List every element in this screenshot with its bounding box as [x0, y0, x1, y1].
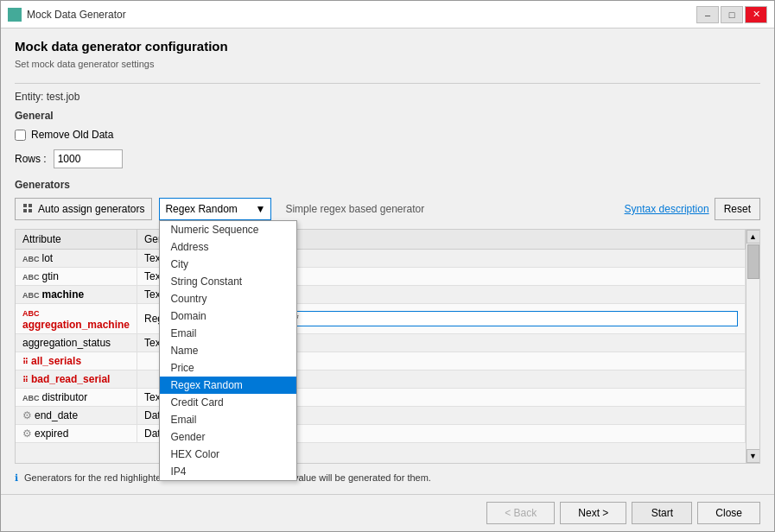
- dropdown-arrow-icon: ▼: [256, 203, 266, 215]
- page-title: Mock data generator configuration: [15, 39, 760, 54]
- window-close-button[interactable]: ✕: [745, 6, 767, 23]
- value-cell: [232, 352, 746, 370]
- dropdown-item-ip4[interactable]: IP4: [160, 463, 296, 480]
- attr-cell: ⚙expired: [16, 425, 137, 443]
- maximize-button[interactable]: □: [721, 6, 743, 23]
- value-cell: [232, 286, 746, 304]
- value-cell: [232, 334, 746, 352]
- back-button[interactable]: < Back: [486, 502, 555, 524]
- generator-selected-label: Regex Random: [165, 203, 237, 215]
- entity-row: Entity: test.job: [15, 91, 760, 103]
- svg-rect-7: [29, 209, 32, 212]
- dropdown-item-name[interactable]: Name: [160, 342, 296, 359]
- dropdown-item-country[interactable]: Country: [160, 290, 296, 307]
- value-cell: [232, 389, 746, 407]
- value-cell: [232, 304, 746, 334]
- generator-dropdown[interactable]: Regex Random ▼: [159, 198, 271, 220]
- attr-cell: ABCdistributor: [16, 389, 137, 407]
- table-row[interactable]: ABCaggregation_machine Regex Rand...: [16, 304, 746, 334]
- table-row[interactable]: aggregation_status Text: [16, 334, 746, 352]
- value-cell: [232, 407, 746, 425]
- attribute-table-container: Attribute Generator Value ABClot Text AB…: [15, 229, 760, 464]
- rows-row: Rows :: [15, 149, 760, 168]
- attribute-table[interactable]: Attribute Generator Value ABClot Text AB…: [16, 230, 746, 463]
- entity-label: Entity:: [15, 91, 43, 103]
- dropdown-item-string-constant[interactable]: String Constant: [160, 273, 296, 290]
- table-row[interactable]: ⠿bad_read_serial: [16, 370, 746, 389]
- dropdown-item-price[interactable]: Price: [160, 359, 296, 377]
- generators-toolbar-right: Simple regex based generator Syntax desc…: [278, 198, 760, 220]
- auto-assign-button[interactable]: Auto assign generators: [15, 198, 152, 220]
- dropdown-item-gender[interactable]: Gender: [160, 428, 296, 446]
- syntax-description-link[interactable]: Syntax description: [625, 203, 709, 215]
- dropdown-item-regex-random[interactable]: Regex Random: [160, 377, 296, 394]
- scroll-down-arrow[interactable]: ▼: [746, 449, 760, 463]
- abc-icon: ABC: [22, 255, 40, 263]
- reset-button[interactable]: Reset: [715, 198, 760, 220]
- dropdown-item-hex-color[interactable]: HEX Color: [160, 446, 296, 463]
- footer: < Back Next > Start Close: [1, 494, 774, 531]
- generators-toolbar: Auto assign generators Regex Random ▼ Nu…: [15, 198, 760, 220]
- top-divider: [15, 83, 760, 84]
- attr-cell: ⠿all_serials: [16, 352, 137, 370]
- col-header-value: Value: [232, 230, 746, 250]
- remove-old-row: Remove Old Data: [15, 129, 760, 141]
- grid-icon: ⠿: [22, 358, 29, 366]
- minimize-button[interactable]: –: [696, 6, 719, 23]
- general-label: General: [15, 110, 760, 122]
- table-row[interactable]: ⚙expired Date Random: [16, 425, 746, 443]
- scroll-thumb[interactable]: [747, 244, 759, 279]
- title-controls: – □ ✕: [696, 6, 767, 23]
- attr-cell: ABCgtin: [16, 268, 137, 286]
- dropdown-item-credit-card[interactable]: Credit Card: [160, 394, 296, 411]
- dropdown-scroll[interactable]: Numeric Sequence Address City String Con…: [160, 221, 296, 480]
- content-area: Mock data generator configuration Set mo…: [1, 28, 774, 494]
- info-icon: ℹ: [15, 472, 18, 483]
- generator-dropdown-container: Regex Random ▼ Numeric Sequence Address …: [159, 198, 271, 220]
- auto-assign-label: Auto assign generators: [38, 203, 144, 215]
- auto-assign-icon: [22, 203, 35, 215]
- date-icon: ⚙: [22, 428, 32, 440]
- dropdown-item-email-1[interactable]: Email: [160, 325, 296, 342]
- table-scrollbar[interactable]: ▲ ▼: [746, 230, 759, 463]
- date-icon: ⚙: [22, 409, 32, 421]
- value-cell: [232, 425, 746, 443]
- rows-input[interactable]: [54, 149, 123, 168]
- entity-value: test.job: [47, 91, 80, 103]
- value-input[interactable]: [239, 311, 738, 326]
- scroll-up-arrow[interactable]: ▲: [746, 230, 760, 244]
- window-title: Mock Data Generator: [27, 9, 126, 21]
- start-button[interactable]: Start: [632, 502, 692, 524]
- page-subtitle: Set mock data generator settings: [15, 59, 760, 69]
- svg-rect-6: [23, 209, 27, 212]
- table-row[interactable]: ABClot Text: [16, 250, 746, 268]
- remove-old-checkbox[interactable]: [15, 130, 26, 141]
- generator-dropdown-menu: Numeric Sequence Address City String Con…: [159, 220, 297, 481]
- close-button[interactable]: Close: [697, 502, 760, 524]
- col-header-attribute: Attribute: [16, 230, 137, 250]
- dropdown-item-city[interactable]: City: [160, 256, 296, 273]
- table-row[interactable]: ⚙end_date Date Random: [16, 407, 746, 425]
- abc-icon: ABC: [22, 394, 40, 402]
- abc-icon: ABC: [22, 309, 40, 318]
- table-row[interactable]: ABCgtin Text: [16, 268, 746, 286]
- table-row[interactable]: ABCdistributor Text: [16, 389, 746, 407]
- svg-rect-0: [10, 10, 14, 14]
- value-cell: [232, 370, 746, 389]
- attr-cell: ABClot: [16, 250, 137, 268]
- scroll-track[interactable]: [746, 244, 759, 449]
- generators-label: Generators: [15, 179, 760, 191]
- dropdown-item-domain[interactable]: Domain: [160, 307, 296, 325]
- dropdown-item-numeric-sequence[interactable]: Numeric Sequence: [160, 221, 296, 238]
- table-row[interactable]: ⠿all_serials: [16, 352, 746, 370]
- attr-cell: ABCmachine: [16, 286, 137, 304]
- dropdown-item-email-2[interactable]: Email: [160, 411, 296, 428]
- window-icon: [8, 8, 22, 22]
- next-button[interactable]: Next >: [560, 502, 626, 524]
- main-window: Mock Data Generator – □ ✕ Mock data gene…: [0, 0, 775, 532]
- abc-icon: ABC: [22, 273, 40, 282]
- table-row[interactable]: ABCmachine Text: [16, 286, 746, 304]
- dropdown-item-address[interactable]: Address: [160, 238, 296, 256]
- svg-rect-1: [16, 10, 20, 14]
- abc-icon: ABC: [22, 291, 40, 300]
